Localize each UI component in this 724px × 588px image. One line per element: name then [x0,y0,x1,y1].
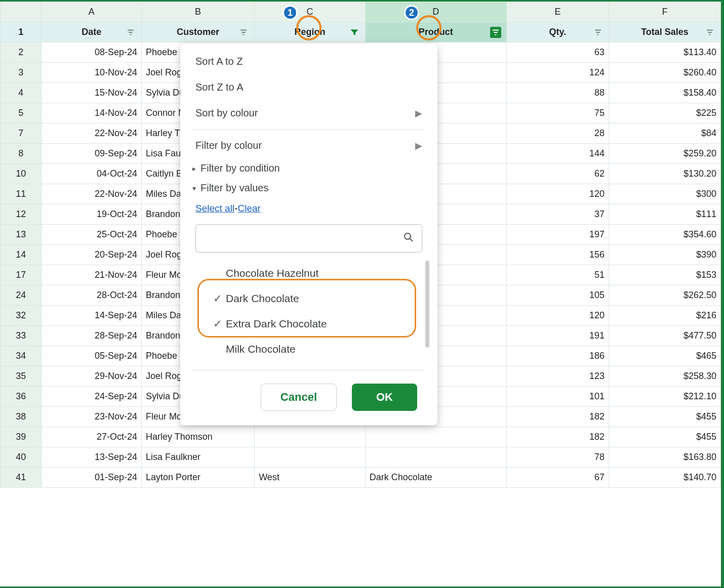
row-number[interactable]: 34 [1,346,42,366]
row-number[interactable]: 41 [1,468,42,488]
row-number[interactable]: 3 [1,63,42,83]
row-number[interactable]: 5 [1,103,42,123]
cell-qty[interactable]: 62 [506,164,609,184]
cell-total[interactable]: $153 [609,265,721,285]
filter-value-item[interactable]: Chocolate Hazelnut [210,261,417,286]
filter-by-colour[interactable]: Filter by colour ▶ [180,133,437,158]
cell-qty[interactable]: 101 [506,387,609,407]
cell-qty[interactable]: 156 [506,245,609,265]
cell-date[interactable]: 01-Sep-24 [42,468,142,488]
cell-date[interactable]: 13-Sep-24 [42,447,142,468]
filter-value-item[interactable]: Milk Chocolate [210,337,417,362]
clear-link[interactable]: Clear [237,203,260,214]
cell-total[interactable]: $212.10 [609,387,721,407]
cell-date[interactable]: 15-Nov-24 [42,83,142,103]
cell-date[interactable]: 19-Oct-24 [42,204,142,225]
filter-by-condition[interactable]: ▸ Filter by condition [180,158,437,178]
cell-date[interactable]: 08-Sep-24 [42,43,142,63]
cell-qty[interactable]: 51 [506,265,609,285]
cell-customer[interactable]: Layton Porter [142,468,255,488]
cell-date[interactable]: 27-Oct-24 [42,427,142,447]
cell-qty[interactable]: 123 [506,366,609,387]
cell-total[interactable]: $300 [609,184,721,204]
cell-qty[interactable]: 67 [506,468,609,488]
cell-date[interactable]: 22-Nov-24 [42,123,142,144]
cell-date[interactable]: 28-Oct-24 [42,285,142,306]
select-all-link[interactable]: Select all [195,203,234,214]
ok-button[interactable]: OK [352,384,417,411]
cell-total[interactable]: $113.40 [609,43,721,63]
cell-product[interactable] [365,447,506,468]
row-number[interactable]: 13 [1,225,42,245]
sort-by-colour[interactable]: Sort by colour ▶ [180,100,437,126]
row-1[interactable]: 1 [1,22,42,43]
funnel-icon[interactable] [349,27,360,38]
cell-date[interactable]: 22-Nov-24 [42,184,142,204]
cell-total[interactable]: $163.80 [609,447,721,468]
cell-qty[interactable]: 144 [506,144,609,164]
select-all-cell[interactable] [1,2,42,22]
filter-icon[interactable] [125,27,136,38]
cell-total[interactable]: $477.50 [609,326,721,346]
cell-qty[interactable]: 75 [506,103,609,123]
col-E[interactable]: E [506,2,609,22]
cell-qty[interactable]: 88 [506,83,609,103]
cell-qty[interactable]: 37 [506,204,609,225]
cell-qty[interactable]: 105 [506,285,609,306]
cell-date[interactable]: 28-Sep-24 [42,326,142,346]
cell-qty[interactable]: 120 [506,306,609,326]
col-C[interactable]: C [255,2,366,22]
cancel-button[interactable]: Cancel [261,384,337,411]
cell-date[interactable]: 25-Oct-24 [42,225,142,245]
cell-qty[interactable]: 63 [506,43,609,63]
row-number[interactable]: 32 [1,306,42,326]
cell-total[interactable]: $455 [609,407,721,427]
cell-customer[interactable]: Lisa Faulkner [142,447,255,468]
cell-total[interactable]: $390 [609,245,721,265]
cell-date[interactable]: 23-Nov-24 [42,407,142,427]
cell-total[interactable]: $354.60 [609,225,721,245]
row-number[interactable]: 17 [1,265,42,285]
cell-total[interactable]: $111 [609,204,721,225]
cell-customer[interactable]: Harley Thomson [142,427,255,447]
cell-date[interactable]: 10-Nov-24 [42,63,142,83]
col-A[interactable]: A [42,2,142,22]
cell-date[interactable]: 05-Sep-24 [42,346,142,366]
sort-a-z[interactable]: Sort A to Z [180,49,437,74]
cell-qty[interactable]: 186 [506,346,609,366]
cell-total[interactable]: $84 [609,123,721,144]
filter-value-item[interactable]: ✓Dark Chocolate [210,286,417,311]
cell-product[interactable]: Dark Chocolate [365,468,506,488]
cell-total[interactable]: $258.30 [609,366,721,387]
cell-qty[interactable]: 197 [506,225,609,245]
filter-active-icon[interactable] [490,27,501,38]
scrollbar[interactable] [425,261,429,348]
cell-date[interactable]: 29-Nov-24 [42,366,142,387]
row-number[interactable]: 33 [1,326,42,346]
filter-search-input[interactable] [203,233,396,244]
cell-date[interactable]: 04-Oct-24 [42,164,142,184]
filter-icon[interactable] [238,27,249,38]
cell-total[interactable]: $130.20 [609,164,721,184]
row-number[interactable]: 11 [1,184,42,204]
row-number[interactable]: 7 [1,123,42,144]
filter-icon[interactable] [592,27,604,38]
cell-product[interactable] [365,427,506,447]
row-number[interactable]: 40 [1,447,42,468]
cell-date[interactable]: 14-Nov-24 [42,103,142,123]
row-number[interactable]: 14 [1,245,42,265]
row-number[interactable]: 39 [1,427,42,447]
row-number[interactable]: 38 [1,407,42,427]
sort-z-a[interactable]: Sort Z to A [180,74,437,100]
row-number[interactable]: 12 [1,204,42,225]
cell-total[interactable]: $260.40 [609,63,721,83]
row-number[interactable]: 8 [1,144,42,164]
row-number[interactable]: 24 [1,285,42,306]
filter-icon[interactable] [704,27,715,38]
cell-qty[interactable]: 28 [506,123,609,144]
cell-total[interactable]: $225 [609,103,721,123]
col-B[interactable]: B [142,2,255,22]
cell-region[interactable]: West [255,468,366,488]
cell-total[interactable]: $465 [609,346,721,366]
row-number[interactable]: 36 [1,387,42,407]
